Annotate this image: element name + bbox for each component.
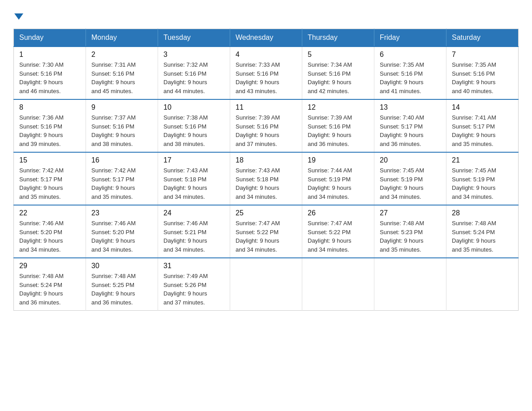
day-number: 24: [163, 209, 224, 217]
calendar-cell: 25Sunrise: 7:47 AMSunset: 5:22 PMDayligh…: [230, 205, 302, 258]
day-info: Sunrise: 7:30 AMSunset: 5:16 PMDaylight:…: [19, 60, 80, 95]
day-number: 4: [236, 51, 296, 59]
calendar-cell: 21Sunrise: 7:45 AMSunset: 5:19 PMDayligh…: [446, 152, 519, 205]
weekday-header-friday: Friday: [374, 29, 446, 47]
calendar-cell: [374, 258, 446, 311]
day-info: Sunrise: 7:43 AMSunset: 5:18 PMDaylight:…: [163, 166, 224, 201]
calendar-cell: 29Sunrise: 7:48 AMSunset: 5:24 PMDayligh…: [14, 258, 86, 311]
day-info: Sunrise: 7:46 AMSunset: 5:20 PMDaylight:…: [19, 219, 80, 254]
day-info: Sunrise: 7:45 AMSunset: 5:19 PMDaylight:…: [380, 166, 441, 201]
day-info: Sunrise: 7:39 AMSunset: 5:16 PMDaylight:…: [236, 113, 296, 148]
calendar-cell: 24Sunrise: 7:46 AMSunset: 5:21 PMDayligh…: [158, 205, 230, 258]
day-number: 31: [163, 262, 224, 270]
day-info: Sunrise: 7:39 AMSunset: 5:16 PMDaylight:…: [308, 113, 369, 148]
weekday-header-saturday: Saturday: [446, 29, 519, 47]
logo: [13, 13, 23, 20]
calendar-cell: 27Sunrise: 7:48 AMSunset: 5:23 PMDayligh…: [374, 205, 446, 258]
day-info: Sunrise: 7:44 AMSunset: 5:19 PMDaylight:…: [308, 166, 369, 201]
day-info: Sunrise: 7:47 AMSunset: 5:22 PMDaylight:…: [236, 219, 296, 254]
day-number: 13: [380, 103, 441, 111]
calendar-cell: 28Sunrise: 7:48 AMSunset: 5:24 PMDayligh…: [446, 205, 519, 258]
day-number: 21: [452, 156, 513, 164]
day-number: 14: [452, 103, 513, 111]
day-info: Sunrise: 7:36 AMSunset: 5:16 PMDaylight:…: [19, 113, 80, 148]
day-number: 15: [19, 156, 80, 164]
calendar-cell: 19Sunrise: 7:44 AMSunset: 5:19 PMDayligh…: [302, 152, 374, 205]
day-info: Sunrise: 7:38 AMSunset: 5:16 PMDaylight:…: [163, 113, 224, 148]
day-info: Sunrise: 7:42 AMSunset: 5:17 PMDaylight:…: [91, 166, 152, 201]
day-info: Sunrise: 7:35 AMSunset: 5:16 PMDaylight:…: [380, 60, 441, 95]
day-info: Sunrise: 7:35 AMSunset: 5:16 PMDaylight:…: [452, 60, 513, 95]
calendar-cell: [302, 258, 374, 311]
day-number: 29: [19, 262, 80, 270]
day-info: Sunrise: 7:43 AMSunset: 5:18 PMDaylight:…: [236, 166, 296, 201]
day-number: 25: [236, 209, 296, 217]
weekday-header-tuesday: Tuesday: [158, 29, 230, 47]
calendar-cell: 15Sunrise: 7:42 AMSunset: 5:17 PMDayligh…: [14, 152, 86, 205]
day-number: 10: [163, 103, 224, 111]
calendar-cell: 1Sunrise: 7:30 AMSunset: 5:16 PMDaylight…: [14, 47, 86, 99]
day-info: Sunrise: 7:48 AMSunset: 5:24 PMDaylight:…: [19, 272, 80, 307]
calendar-cell: 8Sunrise: 7:36 AMSunset: 5:16 PMDaylight…: [14, 99, 86, 152]
day-number: 12: [308, 103, 369, 111]
logo-triangle-icon: [14, 13, 23, 20]
calendar-cell: 7Sunrise: 7:35 AMSunset: 5:16 PMDaylight…: [446, 47, 519, 99]
calendar-cell: 13Sunrise: 7:40 AMSunset: 5:17 PMDayligh…: [374, 99, 446, 152]
calendar-cell: 3Sunrise: 7:32 AMSunset: 5:16 PMDaylight…: [158, 47, 230, 99]
day-info: Sunrise: 7:45 AMSunset: 5:19 PMDaylight:…: [452, 166, 513, 201]
calendar-row: 15Sunrise: 7:42 AMSunset: 5:17 PMDayligh…: [14, 152, 519, 205]
day-number: 7: [452, 51, 513, 59]
calendar-cell: 22Sunrise: 7:46 AMSunset: 5:20 PMDayligh…: [14, 205, 86, 258]
day-info: Sunrise: 7:34 AMSunset: 5:16 PMDaylight:…: [308, 60, 369, 95]
weekday-header-monday: Monday: [86, 29, 158, 47]
day-info: Sunrise: 7:49 AMSunset: 5:26 PMDaylight:…: [163, 272, 224, 307]
calendar-header: SundayMondayTuesdayWednesdayThursdayFrid…: [14, 29, 519, 47]
day-number: 22: [19, 209, 80, 217]
calendar-cell: 23Sunrise: 7:46 AMSunset: 5:20 PMDayligh…: [86, 205, 158, 258]
calendar-row: 22Sunrise: 7:46 AMSunset: 5:20 PMDayligh…: [14, 205, 519, 258]
day-number: 26: [308, 209, 369, 217]
calendar-cell: 11Sunrise: 7:39 AMSunset: 5:16 PMDayligh…: [230, 99, 302, 152]
calendar-cell: 18Sunrise: 7:43 AMSunset: 5:18 PMDayligh…: [230, 152, 302, 205]
day-info: Sunrise: 7:42 AMSunset: 5:17 PMDaylight:…: [19, 166, 80, 201]
calendar-cell: 16Sunrise: 7:42 AMSunset: 5:17 PMDayligh…: [86, 152, 158, 205]
calendar-body: 1Sunrise: 7:30 AMSunset: 5:16 PMDaylight…: [14, 47, 519, 311]
day-number: 27: [380, 209, 441, 217]
day-number: 3: [163, 51, 224, 59]
day-number: 20: [380, 156, 441, 164]
day-info: Sunrise: 7:48 AMSunset: 5:24 PMDaylight:…: [452, 219, 513, 254]
weekday-header-wednesday: Wednesday: [230, 29, 302, 47]
day-number: 18: [236, 156, 296, 164]
calendar-row: 1Sunrise: 7:30 AMSunset: 5:16 PMDaylight…: [14, 47, 519, 99]
calendar-cell: 6Sunrise: 7:35 AMSunset: 5:16 PMDaylight…: [374, 47, 446, 99]
day-number: 6: [380, 51, 441, 59]
day-info: Sunrise: 7:40 AMSunset: 5:17 PMDaylight:…: [380, 113, 441, 148]
day-info: Sunrise: 7:31 AMSunset: 5:16 PMDaylight:…: [91, 60, 152, 95]
day-number: 30: [91, 262, 152, 270]
day-number: 5: [308, 51, 369, 59]
day-number: 16: [91, 156, 152, 164]
calendar-cell: 26Sunrise: 7:47 AMSunset: 5:22 PMDayligh…: [302, 205, 374, 258]
day-number: 1: [19, 51, 80, 59]
calendar-cell: 12Sunrise: 7:39 AMSunset: 5:16 PMDayligh…: [302, 99, 374, 152]
day-number: 23: [91, 209, 152, 217]
calendar-cell: 14Sunrise: 7:41 AMSunset: 5:17 PMDayligh…: [446, 99, 519, 152]
day-number: 2: [91, 51, 152, 59]
day-number: 9: [91, 103, 152, 111]
day-info: Sunrise: 7:37 AMSunset: 5:16 PMDaylight:…: [91, 113, 152, 148]
day-info: Sunrise: 7:48 AMSunset: 5:25 PMDaylight:…: [91, 272, 152, 307]
day-info: Sunrise: 7:46 AMSunset: 5:20 PMDaylight:…: [91, 219, 152, 254]
calendar-cell: 20Sunrise: 7:45 AMSunset: 5:19 PMDayligh…: [374, 152, 446, 205]
calendar-cell: 30Sunrise: 7:48 AMSunset: 5:25 PMDayligh…: [86, 258, 158, 311]
calendar-cell: 4Sunrise: 7:33 AMSunset: 5:16 PMDaylight…: [230, 47, 302, 99]
page-header: [13, 13, 519, 20]
day-info: Sunrise: 7:41 AMSunset: 5:17 PMDaylight:…: [452, 113, 513, 148]
calendar-cell: 17Sunrise: 7:43 AMSunset: 5:18 PMDayligh…: [158, 152, 230, 205]
calendar-cell: 5Sunrise: 7:34 AMSunset: 5:16 PMDaylight…: [302, 47, 374, 99]
day-number: 19: [308, 156, 369, 164]
calendar-cell: 9Sunrise: 7:37 AMSunset: 5:16 PMDaylight…: [86, 99, 158, 152]
calendar-row: 29Sunrise: 7:48 AMSunset: 5:24 PMDayligh…: [14, 258, 519, 311]
day-info: Sunrise: 7:32 AMSunset: 5:16 PMDaylight:…: [163, 60, 224, 95]
calendar-cell: [230, 258, 302, 311]
calendar-cell: 31Sunrise: 7:49 AMSunset: 5:26 PMDayligh…: [158, 258, 230, 311]
